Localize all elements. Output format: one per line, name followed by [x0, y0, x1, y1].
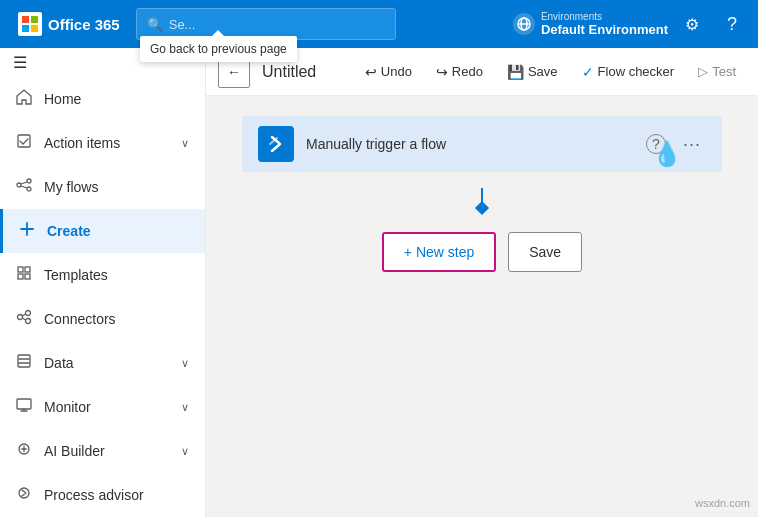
action-items-icon	[16, 133, 32, 153]
search-tooltip: Go back to previous page	[140, 36, 297, 62]
svg-rect-11	[18, 267, 23, 272]
monitor-chevron-icon: ∨	[181, 401, 189, 414]
sidebar-item-process-advisor[interactable]: Process advisor	[0, 473, 205, 517]
sidebar: ☰ HomeAction items∨My flowsCreateTemplat…	[0, 48, 206, 517]
water-drop: 💧	[652, 140, 682, 168]
create-icon	[19, 221, 35, 241]
ai-builder-chevron-icon: ∨	[181, 445, 189, 458]
sidebar-item-my-flows[interactable]: My flows	[0, 165, 205, 209]
sidebar-label-ai-builder: AI Builder	[44, 443, 169, 459]
trigger-card[interactable]: Manually trigger a flow ? ··· 💧	[242, 116, 722, 172]
sidebar-menu-button[interactable]: ☰	[0, 48, 40, 77]
my-flows-icon	[16, 177, 32, 197]
sidebar-label-process-advisor: Process advisor	[44, 487, 189, 503]
help-icon: ?	[727, 14, 737, 35]
svg-point-23	[19, 488, 29, 498]
sidebar-item-monitor[interactable]: Monitor∨	[0, 385, 205, 429]
redo-button[interactable]: ↪ Redo	[426, 56, 493, 88]
redo-icon: ↪	[436, 64, 448, 80]
more-icon: ···	[683, 134, 701, 155]
svg-rect-14	[25, 274, 30, 279]
trigger-label: Manually trigger a flow	[306, 136, 630, 152]
svg-point-16	[26, 311, 31, 316]
svg-point-8	[17, 183, 21, 187]
test-button[interactable]: ▷ Test	[688, 56, 746, 88]
svg-point-22	[23, 448, 26, 451]
svg-point-10	[27, 187, 31, 191]
action-items-chevron-icon: ∨	[181, 137, 189, 150]
svg-rect-13	[18, 274, 23, 279]
help-button[interactable]: ?	[716, 8, 748, 40]
search-icon: 🔍	[147, 17, 163, 32]
trigger-icon-box	[258, 126, 294, 162]
sidebar-label-data: Data	[44, 355, 169, 371]
data-icon	[16, 353, 32, 373]
sidebar-item-data[interactable]: Data∨	[0, 341, 205, 385]
redo-label: Redo	[452, 64, 483, 79]
test-icon: ▷	[698, 64, 708, 79]
gear-icon: ⚙	[685, 15, 699, 34]
process-advisor-icon	[16, 485, 32, 505]
page-title: Untitled	[262, 63, 316, 81]
main-layout: ☰ HomeAction items∨My flowsCreateTemplat…	[0, 48, 758, 517]
connection-line	[481, 188, 483, 208]
save-icon: 💾	[507, 64, 524, 80]
back-icon: ←	[227, 64, 241, 80]
environment-section: Environments Default Environment	[513, 11, 668, 37]
sidebar-label-monitor: Monitor	[44, 399, 169, 415]
environment-icon	[513, 13, 535, 35]
watermark: wsxdn.com	[695, 497, 750, 509]
save-canvas-button[interactable]: Save	[508, 232, 582, 272]
environment-text: Environments Default Environment	[541, 11, 668, 37]
test-label: Test	[712, 64, 736, 79]
sidebar-item-home[interactable]: Home	[0, 77, 205, 121]
svg-rect-19	[18, 363, 30, 367]
save-button[interactable]: 💾 Save	[497, 56, 568, 88]
data-chevron-icon: ∨	[181, 357, 189, 370]
sidebar-label-create: Create	[47, 223, 189, 239]
svg-rect-18	[18, 355, 30, 359]
hamburger-icon: ☰	[13, 53, 27, 72]
flow-checker-icon: ✓	[582, 64, 594, 80]
sidebar-item-action-items[interactable]: Action items∨	[0, 121, 205, 165]
trigger-more-button[interactable]: ···	[678, 130, 706, 158]
flow-checker-button[interactable]: ✓ Flow checker	[572, 56, 685, 88]
svg-rect-3	[31, 25, 38, 32]
svg-rect-1	[31, 16, 38, 23]
sidebar-item-templates[interactable]: Templates	[0, 253, 205, 297]
templates-icon	[16, 265, 32, 285]
save-canvas-label: Save	[529, 244, 561, 260]
settings-button[interactable]: ⚙	[676, 8, 708, 40]
home-icon	[16, 89, 32, 109]
svg-point-17	[26, 319, 31, 324]
office-icon	[18, 12, 42, 36]
office-logo: Office 365	[10, 12, 128, 36]
office-label: Office 365	[48, 16, 120, 33]
sidebar-label-connectors: Connectors	[44, 311, 189, 327]
sidebar-label-my-flows: My flows	[44, 179, 189, 195]
sidebar-item-ai-builder[interactable]: AI Builder∨	[0, 429, 205, 473]
ai-builder-icon	[16, 441, 32, 461]
svg-point-9	[27, 179, 31, 183]
undo-icon: ↩	[365, 64, 377, 80]
save-label: Save	[528, 64, 558, 79]
top-bar: Office 365 🔍 Go back to previous page En…	[0, 0, 758, 48]
sidebar-item-connectors[interactable]: Connectors	[0, 297, 205, 341]
svg-point-15	[18, 315, 23, 320]
svg-rect-20	[17, 399, 31, 409]
sidebar-label-home: Home	[44, 91, 189, 107]
new-step-button[interactable]: + New step	[382, 232, 496, 272]
svg-rect-12	[25, 267, 30, 272]
flow-canvas: Manually trigger a flow ? ··· 💧	[206, 96, 758, 517]
new-step-label: + New step	[404, 244, 474, 260]
monitor-icon	[16, 397, 32, 417]
connectors-icon	[16, 309, 32, 329]
search-input[interactable]	[169, 17, 385, 32]
env-name: Default Environment	[541, 22, 668, 37]
undo-button[interactable]: ↩ Undo	[355, 56, 422, 88]
flow-checker-label: Flow checker	[598, 64, 675, 79]
content-area: ← Untitled ↩ Undo ↪ Redo 💾 Save ✓ Flow c…	[206, 48, 758, 517]
svg-rect-0	[22, 16, 29, 23]
undo-label: Undo	[381, 64, 412, 79]
sidebar-item-create[interactable]: Create	[0, 209, 205, 253]
